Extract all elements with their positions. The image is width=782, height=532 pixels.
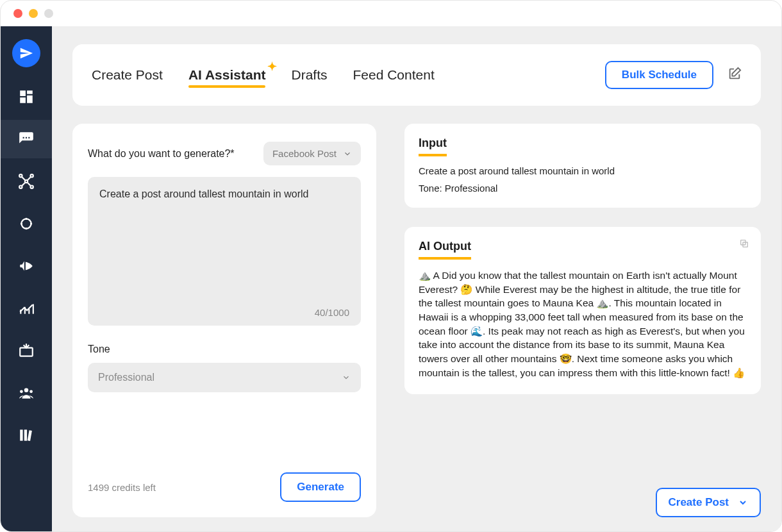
dashboard-icon bbox=[18, 88, 35, 105]
app-logo[interactable] bbox=[12, 39, 40, 67]
tab-ai-assistant[interactable]: AI Assistant ✦ bbox=[188, 67, 266, 83]
sidebar-target[interactable] bbox=[1, 204, 52, 243]
titlebar bbox=[1, 1, 781, 26]
post-type-value: Facebook Post bbox=[272, 148, 337, 159]
svg-point-8 bbox=[31, 186, 33, 188]
svg-point-5 bbox=[19, 174, 22, 177]
tabs-row: Create Post AI Assistant ✦ Drafts Feed C… bbox=[92, 67, 435, 83]
chevron-down-icon bbox=[342, 373, 351, 382]
bulk-schedule-button[interactable]: Bulk Schedule bbox=[605, 61, 713, 89]
edit-button[interactable] bbox=[728, 67, 742, 83]
books-icon bbox=[18, 427, 35, 444]
columns: What do you want to generate?* Facebook … bbox=[72, 124, 761, 517]
tone-label: Tone bbox=[88, 344, 361, 355]
char-count: 40/1000 bbox=[315, 307, 349, 318]
topbar: Create Post AI Assistant ✦ Drafts Feed C… bbox=[72, 44, 761, 106]
right-column: Input Create a post around tallest mount… bbox=[404, 124, 761, 517]
copy-button[interactable] bbox=[739, 238, 749, 251]
svg-point-7 bbox=[19, 186, 22, 188]
generator-footer: 1499 credits left Generate bbox=[88, 461, 361, 502]
create-post-button[interactable]: Create Post bbox=[656, 488, 761, 517]
create-post-label: Create Post bbox=[669, 496, 729, 509]
svg-point-24 bbox=[24, 388, 29, 392]
network-icon bbox=[18, 173, 35, 190]
tab-create-post[interactable]: Create Post bbox=[92, 67, 163, 83]
tab-feed-content[interactable]: Feed Content bbox=[353, 67, 435, 83]
sidebar-library[interactable] bbox=[1, 416, 52, 454]
svg-point-17 bbox=[30, 222, 32, 224]
svg-point-15 bbox=[25, 228, 27, 229]
svg-rect-0 bbox=[20, 90, 26, 96]
svg-point-26 bbox=[29, 390, 33, 393]
input-card-title: Input bbox=[419, 137, 447, 156]
sparkle-icon: ✦ bbox=[267, 60, 277, 74]
input-card: Input Create a post around tallest mount… bbox=[404, 124, 761, 208]
generator-card: What do you want to generate?* Facebook … bbox=[72, 124, 376, 517]
svg-line-11 bbox=[22, 183, 25, 185]
output-card: AI Output ⛰️ A Did you know that the tal… bbox=[404, 227, 761, 394]
sidebar-network[interactable] bbox=[1, 162, 52, 201]
chevron-down-icon bbox=[738, 497, 748, 508]
svg-rect-28 bbox=[24, 429, 27, 440]
copy-icon bbox=[739, 238, 749, 249]
svg-point-6 bbox=[31, 174, 33, 177]
svg-point-13 bbox=[21, 219, 31, 228]
input-line-prompt: Create a post around tallest mountain in… bbox=[419, 165, 747, 176]
chevron-down-icon bbox=[343, 149, 352, 158]
comment-icon bbox=[18, 131, 35, 147]
svg-point-4 bbox=[25, 180, 28, 183]
generate-question-label: What do you want to generate?* bbox=[88, 148, 235, 160]
sidebar-megaphone[interactable] bbox=[1, 247, 52, 285]
svg-point-14 bbox=[25, 218, 27, 220]
main-area: Create Post AI Assistant ✦ Drafts Feed C… bbox=[52, 26, 781, 531]
sidebar-dashboard[interactable] bbox=[1, 78, 52, 116]
svg-point-16 bbox=[21, 222, 22, 224]
tone-select[interactable]: Professional bbox=[88, 363, 361, 392]
app-window: Create Post AI Assistant ✦ Drafts Feed C… bbox=[0, 0, 782, 532]
target-icon bbox=[18, 215, 35, 232]
window-close-dot[interactable] bbox=[13, 9, 22, 18]
sidebar-analytics[interactable] bbox=[1, 289, 52, 328]
prompt-text: Create a post around tallest mountain in… bbox=[99, 188, 349, 307]
sidebar-team[interactable] bbox=[1, 374, 52, 412]
window-minimize-dot[interactable] bbox=[29, 9, 38, 18]
chart-icon bbox=[18, 300, 35, 317]
team-icon bbox=[18, 385, 35, 401]
svg-rect-27 bbox=[20, 429, 22, 440]
svg-rect-29 bbox=[28, 430, 32, 441]
output-text: ⛰️ A Did you know that the tallest mount… bbox=[419, 269, 747, 380]
bottom-actions: Create Post bbox=[404, 488, 761, 517]
svg-line-12 bbox=[28, 183, 30, 185]
tone-value: Professional bbox=[98, 372, 154, 383]
svg-rect-3 bbox=[20, 97, 26, 103]
output-card-title: AI Output bbox=[419, 240, 471, 260]
megaphone-icon bbox=[18, 258, 35, 274]
svg-line-10 bbox=[28, 178, 30, 180]
paper-plane-icon bbox=[19, 46, 33, 60]
inbox-icon bbox=[18, 342, 35, 359]
svg-rect-1 bbox=[27, 90, 33, 94]
generate-button[interactable]: Generate bbox=[280, 472, 361, 502]
sidebar bbox=[1, 26, 52, 531]
svg-point-25 bbox=[20, 390, 23, 393]
sidebar-inbox[interactable] bbox=[1, 331, 52, 370]
top-actions: Bulk Schedule bbox=[605, 61, 742, 89]
input-line-tone: Tone: Professional bbox=[419, 183, 747, 194]
generator-header-row: What do you want to generate?* Facebook … bbox=[88, 142, 361, 165]
tab-drafts[interactable]: Drafts bbox=[291, 67, 327, 83]
credits-left: 1499 credits left bbox=[88, 482, 156, 493]
post-type-select[interactable]: Facebook Post bbox=[263, 142, 361, 165]
prompt-textarea[interactable]: Create a post around tallest mountain in… bbox=[88, 177, 361, 326]
svg-rect-22 bbox=[20, 348, 33, 356]
sidebar-compose[interactable] bbox=[1, 120, 52, 158]
body-row: Create Post AI Assistant ✦ Drafts Feed C… bbox=[1, 26, 781, 531]
svg-rect-2 bbox=[27, 96, 33, 103]
window-zoom-dot[interactable] bbox=[44, 9, 53, 18]
tab-ai-assistant-label: AI Assistant bbox=[188, 67, 266, 82]
svg-line-9 bbox=[22, 178, 25, 180]
edit-icon bbox=[728, 67, 742, 81]
